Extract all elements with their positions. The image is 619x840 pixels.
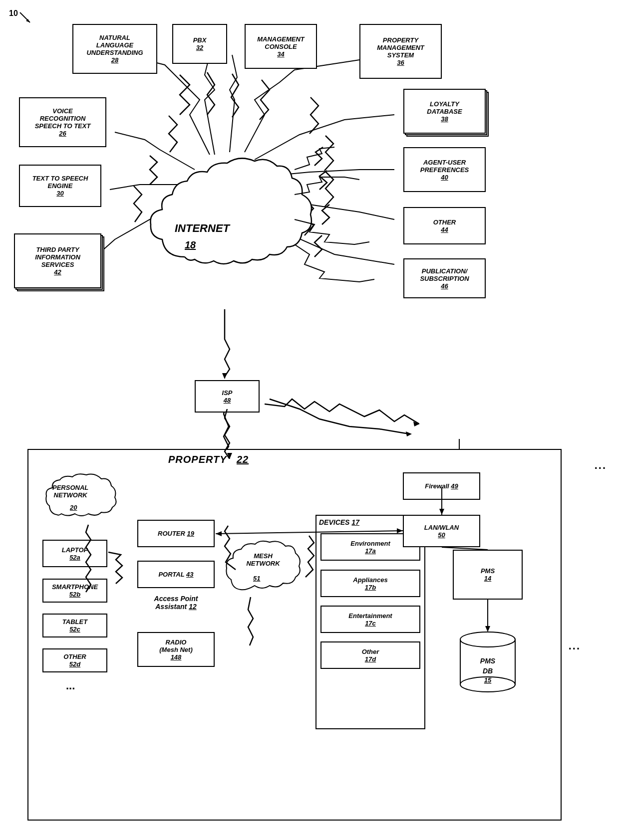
env-num: 17a (365, 547, 376, 555)
other-top-box: OTHER 44 (403, 207, 486, 244)
loyalty-box: LOYALTYDATABASE 38 (403, 89, 486, 134)
mgmt-label: MANAGEMENTCONSOLE (257, 35, 305, 50)
entertainment-box: Entertainment 17c (320, 606, 420, 633)
prop-mgmt-num: 36 (397, 59, 404, 66)
personal-network-cloud: PERSONALNETWORK 20 (42, 470, 122, 527)
diagram: 10 (0, 0, 619, 840)
env-label: Environment (350, 540, 390, 547)
pub-sub-box: PUBLICATION/SUBSCRIPTION 46 (403, 258, 486, 298)
other-dev-box: OTHER 52d (42, 648, 107, 672)
svg-marker-3 (406, 431, 412, 436)
nlu-box: NATURALLANGUAGEUNDERSTANDING 28 (72, 24, 157, 74)
firewall-box: Firewall 49 (403, 472, 480, 500)
tablet-box: TABLET 52c (42, 614, 107, 637)
tablet-num: 52c (69, 626, 80, 633)
agent-pref-box: AGENT-USERPREFERENCES 40 (403, 147, 486, 192)
router-label: ROUTER 19 (158, 530, 194, 537)
svg-marker-24 (439, 509, 444, 515)
property-box: PROPERTY 22 PERSONALNETWORK 20 LAPTOP 52… (27, 449, 562, 821)
internet-num: 18 (185, 239, 196, 251)
tts-label: TEXT TO SPEECHENGINE (32, 175, 88, 190)
ellipsis-right: ... (569, 639, 581, 652)
pub-sub-label: PUBLICATION/SUBSCRIPTION (420, 267, 469, 282)
tts-num: 30 (56, 190, 63, 197)
mesh-net-svg (223, 537, 303, 602)
pms-db-container: PMS DB 15 (455, 630, 520, 696)
tablet-label: TABLET (62, 618, 87, 626)
svg-point-14 (460, 632, 515, 647)
laptop-box: LAPTOP 52a (42, 540, 107, 567)
voice-recog-box: VOICERECOGNITIONSPEECH TO TEXT 26 (19, 97, 106, 147)
smartphone-box: SMARTPHONE 52b (42, 579, 107, 603)
mesh-net-label: MESHNETWORK (234, 552, 292, 567)
personal-net-label: PERSONALNETWORK (52, 484, 88, 499)
internet-label: INTERNET (175, 222, 230, 235)
router-box: ROUTER 19 (137, 520, 215, 547)
pbx-num: 32 (196, 44, 203, 51)
other-top-label: OTHER (433, 218, 456, 226)
other-dev-label: OTHER (63, 653, 86, 660)
lan-wlan-box: LAN/WLAN 50 (403, 515, 480, 547)
isp-to-firewall-lightning (265, 394, 419, 434)
svg-marker-28 (413, 421, 419, 426)
ellipsis-top-right: ... (595, 459, 607, 472)
other-dev2-num: 17d (365, 655, 376, 663)
lan-num: 50 (438, 531, 445, 539)
third-party-num: 42 (54, 268, 61, 276)
nlu-label: NATURALLANGUAGEUNDERSTANDING (86, 34, 143, 56)
firewall-label: Firewall 49 (425, 482, 458, 490)
mgmt-num: 34 (277, 50, 284, 58)
agent-pref-num: 40 (441, 174, 448, 181)
lan-label: LAN/WLAN (424, 524, 459, 531)
ellipsis-personal: ... (66, 679, 75, 692)
diagram-arrow (15, 10, 35, 30)
pbx-box: PBX 32 (172, 24, 227, 64)
isp-label: ISP (222, 389, 233, 397)
portal-label: PORTAL 43 (158, 571, 193, 578)
other-dev-num: 52d (69, 660, 80, 668)
loyalty-label: LOYALTYDATABASE (427, 100, 462, 115)
access-point-label: Access PointAssistant 12 (137, 595, 215, 611)
third-party-box: THIRD PARTYINFORMATIONSERVICES 42 (14, 233, 101, 288)
appliances-label: Appliances (353, 576, 387, 584)
other-dev2-label: Other (362, 648, 379, 655)
other-dev2-box: Other 17d (320, 641, 420, 669)
other-top-num: 44 (441, 226, 448, 233)
pms-db-svg: PMS DB 15 (455, 630, 520, 694)
mesh-network-cloud: MESHNETWORK 51 (223, 537, 303, 604)
appliances-box: Appliances 17b (320, 570, 420, 597)
loyalty-num: 38 (441, 115, 448, 123)
agent-pref-label: AGENT-USERPREFERENCES (420, 159, 469, 174)
smartphone-num: 52b (69, 591, 80, 598)
svg-text:15: 15 (484, 676, 492, 684)
prop-mgmt-label: PROPERTYMANAGEMENTSYSTEM (377, 36, 424, 59)
pub-sub-num: 46 (441, 282, 448, 290)
isp-box: ISP 48 (195, 380, 260, 413)
laptop-label: LAPTOP (62, 546, 88, 554)
devices-header: DEVICES 17 (319, 518, 359, 526)
mgmt-console-box: MANAGEMENTCONSOLE 34 (245, 24, 317, 69)
personal-net-num: 20 (70, 504, 77, 511)
svg-text:PMS: PMS (480, 657, 496, 665)
nlu-num: 28 (111, 56, 118, 64)
third-party-label: THIRD PARTYINFORMATIONSERVICES (35, 246, 80, 268)
property-label: PROPERTY 22 (168, 454, 249, 465)
radio-box: RADIO(Mesh Net) 148 (137, 632, 215, 667)
entertainment-num: 17c (365, 620, 376, 627)
svg-marker-2 (222, 373, 227, 379)
svg-text:DB: DB (483, 667, 493, 675)
svg-marker-21 (216, 531, 222, 536)
prop-mgmt-box: PROPERTYMANAGEMENTSYSTEM 36 (359, 24, 442, 79)
entertainment-label: Entertainment (348, 612, 392, 620)
voice-num: 26 (59, 130, 66, 137)
pms-label: PMS (481, 567, 495, 575)
internet-cloud: INTERNET 18 (135, 147, 314, 309)
smartphone-label: SMARTPHONE (52, 583, 98, 591)
radio-label: RADIO(Mesh Net) (159, 638, 192, 653)
voice-label: VOICERECOGNITIONSPEECH TO TEXT (35, 107, 91, 130)
laptop-num: 52a (69, 554, 80, 561)
pbx-label: PBX (193, 36, 207, 44)
radio-num: 148 (171, 653, 182, 661)
pms-box: PMS 14 (453, 550, 523, 600)
portal-box: PORTAL 43 (137, 561, 215, 588)
